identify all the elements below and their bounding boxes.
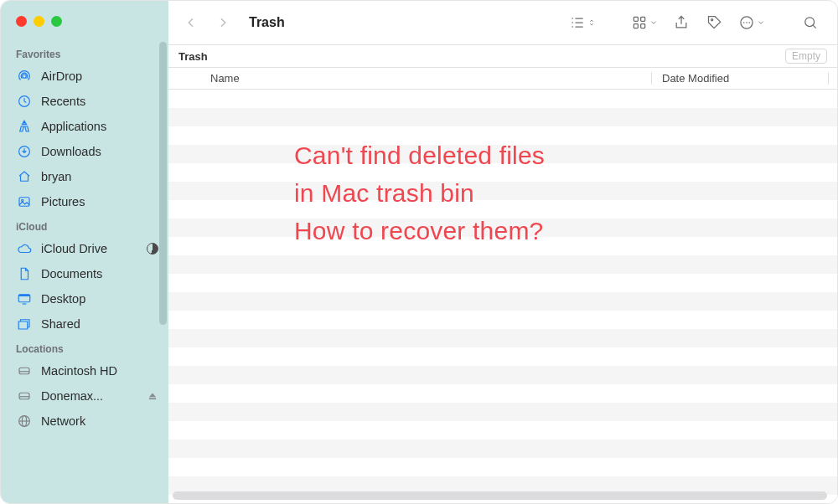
file-list[interactable]: Can't find deleted files in Mac trash bi…	[168, 90, 837, 503]
sidebar-item-label: Downloads	[41, 145, 101, 158]
shared-icon	[16, 316, 33, 332]
sidebar-item-label: Applications	[41, 120, 106, 133]
traffic-lights	[1, 11, 168, 42]
sidebar-item-shared[interactable]: Shared	[1, 311, 168, 337]
back-button[interactable]	[178, 10, 204, 35]
horizontal-scrollbar[interactable]	[173, 491, 827, 500]
sidebar-item-recents[interactable]: Recents	[1, 89, 168, 114]
cloud-icon	[16, 240, 33, 257]
sidebar-scroll[interactable]: Favorites AirDrop Recents Applications D…	[1, 42, 168, 503]
sidebar-item-icloud-drive[interactable]: iCloud Drive	[1, 236, 168, 261]
search-button[interactable]	[797, 10, 824, 35]
tags-button[interactable]	[701, 10, 728, 35]
disk-icon	[16, 363, 33, 379]
empty-trash-button[interactable]: Empty	[785, 49, 827, 64]
airdrop-icon	[16, 68, 33, 85]
sidebar-item-label: Donemax...	[41, 389, 103, 403]
sidebar-item-pictures[interactable]: Pictures	[1, 189, 168, 214]
sidebar-item-label: Desktop	[41, 292, 85, 306]
sidebar-item-label: Macintosh HD	[41, 364, 117, 378]
sidebar-group-locations: Locations	[1, 337, 168, 358]
sidebar-group-favorites: Favorites	[1, 42, 168, 64]
main-pane: Trash Trash Empty Nam	[168, 1, 837, 503]
action-menu-button[interactable]	[735, 10, 768, 35]
chevron-down-icon	[649, 15, 658, 30]
column-date-modified[interactable]: Date Modified	[652, 72, 829, 85]
sidebar-item-documents[interactable]: Documents	[1, 261, 168, 286]
sidebar-item-airdrop[interactable]: AirDrop	[1, 64, 168, 89]
doc-icon	[16, 265, 33, 282]
sidebar-item-label: Documents	[41, 267, 102, 280]
sidebar-item-label: AirDrop	[41, 69, 82, 83]
close-window-button[interactable]	[16, 16, 27, 27]
finder-window: Favorites AirDrop Recents Applications D…	[0, 0, 838, 504]
sidebar-item-label: bryan	[41, 170, 71, 183]
sidebar-item-desktop[interactable]: Desktop	[1, 286, 168, 311]
sidebar: Favorites AirDrop Recents Applications D…	[1, 1, 168, 503]
annotation-line: in Mac trash bin	[294, 174, 804, 212]
sidebar-group-icloud: iCloud	[1, 214, 168, 236]
sidebar-item-downloads[interactable]: Downloads	[1, 139, 168, 164]
share-button[interactable]	[668, 10, 695, 35]
sidebar-item-label: Shared	[41, 317, 80, 331]
pictures-icon	[16, 193, 33, 210]
updown-icon	[587, 15, 596, 30]
annotation-line: Can't find deleted files	[294, 136, 804, 174]
minimize-window-button[interactable]	[34, 16, 44, 27]
location-bar: Trash Empty	[168, 44, 837, 68]
sidebar-item-label: Pictures	[41, 195, 85, 208]
sidebar-item-label: iCloud Drive	[41, 242, 107, 255]
forward-button[interactable]	[210, 10, 235, 35]
globe-icon	[16, 413, 33, 429]
sidebar-item-applications[interactable]: Applications	[1, 114, 168, 139]
view-list-button[interactable]	[566, 10, 599, 35]
group-by-button[interactable]	[628, 10, 661, 35]
sidebar-item-macintosh-hd[interactable]: Macintosh HD	[1, 358, 168, 383]
sidebar-item-network[interactable]: Network	[1, 409, 168, 434]
column-name[interactable]: Name	[168, 72, 652, 85]
sync-progress-icon	[147, 243, 158, 255]
toolbar: Trash	[168, 1, 837, 44]
download-icon	[16, 143, 33, 160]
clock-icon	[16, 93, 33, 110]
disk-icon	[16, 388, 33, 404]
chevron-down-icon	[757, 15, 765, 30]
zoom-window-button[interactable]	[51, 16, 62, 27]
desktop-icon	[16, 291, 33, 307]
eject-icon[interactable]	[147, 390, 158, 402]
apps-icon	[16, 118, 33, 135]
window-title: Trash	[249, 15, 285, 30]
location-label: Trash	[178, 50, 208, 63]
sidebar-item-external-disk[interactable]: Donemax...	[1, 383, 168, 409]
column-headers: Name Date Modified	[168, 68, 837, 90]
annotation-overlay: Can't find deleted files in Mac trash bi…	[294, 136, 804, 249]
sidebar-item-home[interactable]: bryan	[1, 164, 168, 189]
sidebar-item-label: Network	[41, 414, 85, 428]
sidebar-item-label: Recents	[41, 95, 85, 108]
home-icon	[16, 168, 33, 185]
annotation-line: How to recover them?	[294, 212, 804, 249]
